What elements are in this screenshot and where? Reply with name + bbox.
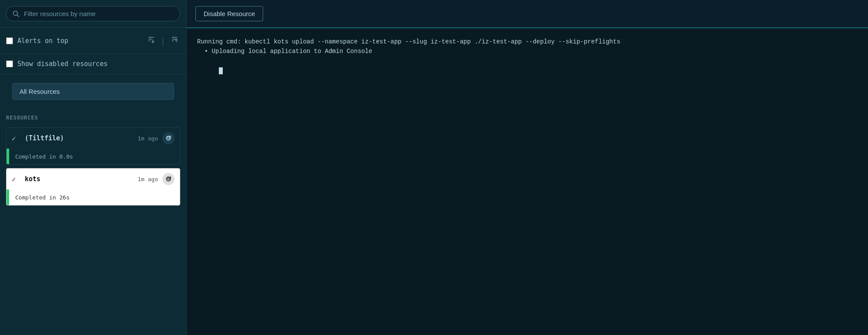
tiltfile-status-text: Completed in 0.0s [9, 149, 79, 164]
search-container [0, 0, 186, 28]
all-resources-container: All Resources [0, 74, 186, 109]
search-input[interactable] [24, 10, 174, 17]
show-disabled-row: Show disabled resources [0, 54, 186, 74]
terminal-line-1: Running cmd: kubectl kots upload --names… [197, 37, 858, 46]
resource-item-kots[interactable]: ✓ kots 1m ago Completed in 26s [6, 168, 180, 206]
tiltfile-name: (Tiltfile) [25, 134, 133, 142]
terminal-line-2: • Uploading local application to Admin C… [197, 46, 858, 56]
kots-time: 1m ago [138, 176, 158, 182]
resource-item-tiltfile[interactable]: ✓ (Tiltfile) 1m ago Completed in 0.0s [6, 127, 180, 165]
resource-header-tiltfile: ✓ (Tiltfile) 1m ago [7, 128, 180, 149]
resources-label: RESOURCES [6, 115, 38, 121]
disable-resource-button[interactable]: Disable Resource [195, 6, 263, 21]
tiltfile-time: 1m ago [138, 135, 158, 142]
show-disabled-label[interactable]: Show disabled resources [6, 60, 108, 68]
terminal-cursor [219, 67, 223, 74]
alerts-on-top-text: Alerts on top [17, 37, 68, 45]
tiltfile-check-icon: ✓ [12, 134, 20, 143]
kots-check-icon: ✓ [12, 175, 20, 183]
all-resources-button[interactable]: All Resources [12, 83, 174, 100]
main-content: Disable Resource Running cmd: kubectl ko… [187, 0, 868, 335]
alerts-options-row: Alerts on top | [0, 28, 186, 54]
kots-status-text: Completed in 26s [9, 190, 76, 205]
show-disabled-checkbox[interactable] [6, 60, 13, 67]
sidebar: Alerts on top | [0, 0, 187, 335]
tiltfile-status: Completed in 0.0s [7, 149, 180, 164]
terminal[interactable]: Running cmd: kubectl kots upload --names… [187, 28, 868, 335]
alerts-on-top-label[interactable]: Alerts on top [6, 37, 68, 45]
search-box [6, 6, 180, 21]
show-disabled-text: Show disabled resources [17, 60, 108, 68]
toolbar: Disable Resource [187, 0, 868, 28]
sort-icons: | [145, 35, 180, 46]
search-icon [13, 10, 20, 17]
sort-down-button[interactable] [145, 35, 157, 46]
sort-up-button[interactable] [169, 35, 180, 46]
kots-refresh-button[interactable] [162, 173, 175, 185]
tiltfile-refresh-button[interactable] [162, 132, 175, 144]
resource-list: ✓ (Tiltfile) 1m ago Completed in 0.0s ✓ … [0, 124, 186, 215]
kots-name: kots [25, 175, 133, 183]
alerts-on-top-checkbox[interactable] [6, 37, 13, 44]
svg-line-1 [17, 15, 19, 17]
resources-section-header: RESOURCES [0, 109, 186, 124]
terminal-line-3 [197, 56, 858, 86]
resource-header-kots: ✓ kots 1m ago [7, 169, 180, 189]
kots-status: Completed in 26s [7, 189, 180, 205]
sort-divider: | [160, 36, 165, 46]
